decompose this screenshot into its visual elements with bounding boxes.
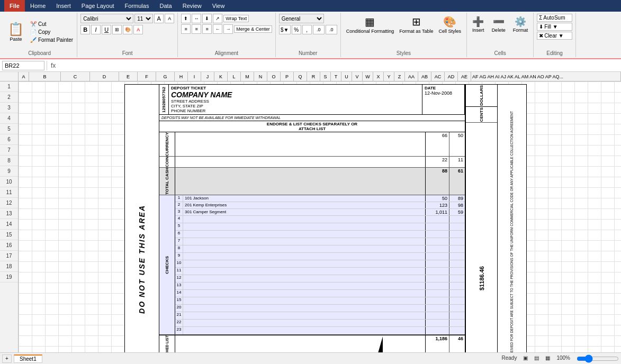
row-num-17[interactable]: 17 — [0, 251, 18, 261]
sheet-tab[interactable]: Sheet1 — [14, 354, 42, 363]
tab-data[interactable]: Data — [154, 2, 177, 10]
tab-home[interactable]: Home — [25, 2, 51, 10]
align-right-button[interactable]: ≡ — [202, 24, 212, 34]
underline-button[interactable]: U — [102, 25, 111, 34]
align-middle-button[interactable]: ↔ — [192, 14, 201, 23]
text-angle-button[interactable]: ↗ — [213, 14, 222, 23]
col-header-Z[interactable]: Z — [394, 72, 405, 81]
decrease-indent-button[interactable]: ← — [213, 24, 222, 34]
col-header-O[interactable]: O — [267, 72, 281, 81]
conditional-formatting-button[interactable]: ▦ Conditional Formatting — [344, 14, 397, 50]
col-header-M[interactable]: M — [241, 72, 254, 81]
font-size-increase-button[interactable]: A — [154, 14, 164, 23]
insert-button[interactable]: ➕ Insert — [469, 14, 488, 50]
increase-indent-button[interactable]: → — [223, 24, 233, 34]
tab-formulas[interactable]: Formulas — [120, 2, 155, 10]
font-name-select[interactable]: Calibri — [80, 14, 133, 23]
decrease-decimal-button[interactable]: .0 — [326, 25, 337, 34]
col-header-K[interactable]: K — [214, 72, 228, 81]
number-format-select[interactable]: General — [279, 14, 324, 23]
row-num-18[interactable]: 18 — [0, 261, 18, 272]
formula-function-icon[interactable]: fx — [49, 62, 57, 69]
tab-page-layout[interactable]: Page Layout — [76, 2, 120, 10]
tab-insert[interactable]: Insert — [51, 2, 76, 10]
col-header-P[interactable]: P — [281, 72, 294, 81]
italic-button[interactable]: I — [91, 25, 101, 34]
row-num-13[interactable]: 13 — [0, 208, 18, 219]
delete-button[interactable]: ➖ Delete — [489, 14, 509, 50]
row-num-12[interactable]: 12 — [0, 198, 18, 208]
row-num-11[interactable]: 11 — [0, 187, 18, 198]
col-header-W[interactable]: W — [363, 72, 373, 81]
comma-button[interactable]: , — [302, 25, 312, 34]
row-num-1[interactable]: 1 — [0, 81, 18, 92]
align-center-button[interactable]: ≡ — [192, 24, 201, 34]
row-num-2[interactable]: 2 — [0, 92, 18, 103]
add-sheet-button[interactable]: + — [2, 354, 12, 363]
font-color-button[interactable]: A — [133, 25, 143, 34]
col-header-D[interactable]: D — [90, 72, 119, 81]
col-header-F[interactable]: F — [138, 72, 156, 81]
file-button[interactable]: File — [4, 0, 25, 12]
cell-name-box[interactable] — [2, 61, 44, 70]
increase-decimal-button[interactable]: .0 — [313, 25, 325, 34]
col-header-E[interactable]: E — [119, 72, 138, 81]
copy-button[interactable]: 📄 Copy — [29, 29, 75, 35]
col-header-H[interactable]: H — [175, 72, 188, 81]
align-bottom-button[interactable]: ⬇ — [202, 14, 212, 23]
row-num-9[interactable]: 9 — [0, 166, 18, 177]
col-header-G[interactable]: G — [156, 72, 175, 81]
formula-input[interactable] — [59, 62, 619, 69]
col-header-V[interactable]: V — [352, 72, 363, 81]
row-num-16[interactable]: 16 — [0, 240, 18, 251]
col-header-A[interactable]: A — [19, 72, 29, 81]
row-num-6[interactable]: 6 — [0, 134, 18, 145]
col-header-AA[interactable]: AA — [405, 72, 418, 81]
view-layout[interactable]: ▤ — [534, 355, 539, 362]
col-header-S[interactable]: S — [320, 72, 331, 81]
percent-button[interactable]: % — [292, 25, 301, 34]
view-normal[interactable]: ▣ — [523, 355, 528, 362]
col-header-many[interactable]: AF AG AH AI AJ AK AL AM AN AO AP AQ... — [471, 72, 621, 81]
zoom-slider[interactable] — [577, 355, 619, 362]
tab-review[interactable]: Review — [177, 2, 207, 10]
row-num-10[interactable]: 10 — [0, 177, 18, 187]
cut-button[interactable]: ✂️ Cut — [29, 21, 75, 28]
col-header-J[interactable]: J — [201, 72, 214, 81]
row-num-3[interactable]: 3 — [0, 103, 18, 113]
col-header-Q[interactable]: Q — [294, 72, 307, 81]
col-header-C[interactable]: C — [61, 72, 90, 81]
col-header-AD[interactable]: AD — [445, 72, 458, 81]
col-header-I[interactable]: I — [188, 72, 201, 81]
tab-view[interactable]: View — [207, 2, 230, 10]
border-button[interactable]: ⊞ — [112, 25, 122, 34]
currency-button[interactable]: $▼ — [279, 25, 291, 34]
col-header-N[interactable]: N — [254, 72, 267, 81]
autosum-button[interactable]: Σ AutoSum — [537, 14, 572, 22]
col-header-AB[interactable]: AB — [418, 72, 431, 81]
font-size-decrease-button[interactable]: A — [165, 14, 174, 23]
col-header-X[interactable]: X — [373, 72, 384, 81]
cell-styles-button[interactable]: 🎨 Cell Styles — [437, 14, 464, 50]
font-size-select[interactable]: 11 — [134, 14, 153, 23]
fill-color-button[interactable]: 🎨 — [123, 25, 132, 34]
row-num-15[interactable]: 15 — [0, 230, 18, 240]
merge-center-button[interactable]: Merge & Center — [234, 25, 272, 33]
col-header-L[interactable]: L — [228, 72, 241, 81]
paste-button[interactable]: 📋 Paste — [4, 14, 28, 50]
col-header-AC[interactable]: AC — [431, 72, 445, 81]
clear-button[interactable]: ✖ Clear ▼ — [537, 32, 572, 40]
col-header-R[interactable]: R — [307, 72, 320, 81]
row-num-5[interactable]: 5 — [0, 124, 18, 134]
format-painter-button[interactable]: 🖌️ Format Painter — [29, 37, 75, 43]
col-header-B[interactable]: B — [29, 72, 61, 81]
align-left-button[interactable]: ≡ — [181, 24, 191, 34]
col-header-T[interactable]: T — [331, 72, 341, 81]
col-header-Y[interactable]: Y — [384, 72, 394, 81]
col-header-U[interactable]: U — [341, 72, 352, 81]
row-num-8[interactable]: 8 — [0, 156, 18, 166]
format-button[interactable]: ⚙️ Format — [510, 14, 532, 50]
wrap-text-button[interactable]: Wrap Text — [223, 15, 249, 22]
fill-button[interactable]: ⬇ Fill ▼ — [537, 23, 572, 31]
row-num-7[interactable]: 7 — [0, 145, 18, 156]
